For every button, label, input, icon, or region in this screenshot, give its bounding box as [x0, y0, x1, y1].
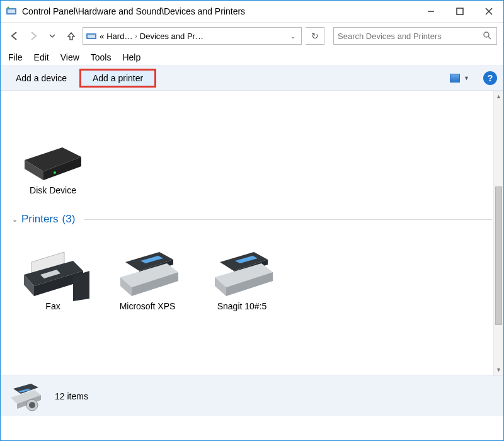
printer-icon	[106, 244, 188, 301]
nav-row: « Hard… › Devices and Pr… ⌄ ↻ Search Dev…	[1, 23, 503, 49]
address-bar[interactable]: « Hard… › Devices and Pr… ⌄	[83, 27, 302, 45]
divider	[84, 219, 492, 220]
menu-help[interactable]: Help	[122, 52, 140, 62]
svg-marker-20	[73, 271, 89, 301]
menu-tools[interactable]: Tools	[91, 52, 112, 62]
printer-label: Fax	[12, 301, 94, 311]
printer-icon	[201, 244, 283, 301]
scroll-down-icon[interactable]: ▼	[494, 364, 503, 375]
chevron-down-icon: ▼	[464, 75, 469, 81]
view-options-button[interactable]: ▼	[447, 72, 472, 84]
svg-rect-1	[8, 9, 15, 13]
scroll-thumb[interactable]	[495, 186, 502, 325]
add-printer-button[interactable]: Add a printer	[79, 69, 156, 88]
content-area: Disk Device ⌄ Printers (3) Fax	[1, 91, 503, 375]
minimize-button[interactable]	[416, 1, 445, 22]
title-bar: Control Panel\Hardware and Sound\Devices…	[1, 1, 503, 22]
printer-label: Microsoft XPS	[106, 301, 188, 311]
printers-group-header[interactable]: ⌄ Printers (3)	[12, 213, 492, 226]
close-button[interactable]	[474, 1, 503, 22]
svg-rect-4	[457, 8, 463, 14]
disk-device-icon	[12, 129, 94, 185]
status-item-count: 12 items	[55, 391, 88, 401]
printer-label: Snagit 10#:5	[201, 301, 283, 311]
breadcrumb-seg2[interactable]: Devices and Pr…	[140, 32, 203, 41]
printer-item-fax[interactable]: Fax	[12, 244, 94, 311]
app-icon	[6, 6, 17, 17]
menu-file[interactable]: File	[8, 52, 23, 62]
address-dropdown-icon[interactable]: ⌄	[287, 33, 299, 40]
search-placeholder: Search Devices and Printers	[338, 32, 442, 41]
breadcrumb-prefix: «	[100, 32, 104, 41]
collapse-icon: ⌄	[12, 215, 18, 224]
breadcrumb-seg1[interactable]: Hard…	[106, 32, 132, 41]
device-label: Disk Device	[12, 185, 94, 195]
menu-bar: File Edit View Tools Help	[1, 49, 503, 66]
back-button[interactable]	[7, 28, 22, 43]
printers-group-count: (3)	[62, 213, 76, 226]
svg-point-14	[54, 171, 56, 174]
location-icon	[86, 30, 97, 42]
search-icon	[481, 31, 493, 42]
menu-view[interactable]: View	[60, 52, 79, 62]
recent-locations-button[interactable]	[45, 28, 60, 43]
status-bar: 12 items	[1, 375, 503, 416]
device-item-disk[interactable]: Disk Device	[12, 129, 94, 195]
view-thumbnail-icon	[450, 74, 460, 83]
svg-point-2	[8, 7, 9, 9]
forward-button[interactable]	[26, 28, 41, 43]
help-button[interactable]: ?	[483, 71, 497, 85]
search-input[interactable]: Search Devices and Printers	[333, 27, 497, 45]
printers-group-label: Printers	[21, 213, 59, 226]
window-title: Control Panel\Hardware and Sound\Devices…	[22, 6, 416, 16]
menu-edit[interactable]: Edit	[34, 52, 49, 62]
svg-point-9	[484, 32, 489, 37]
printer-item-xps[interactable]: Microsoft XPS	[106, 244, 188, 311]
add-device-button[interactable]: Add a device	[7, 69, 76, 87]
svg-line-10	[488, 37, 491, 39]
scrollbar[interactable]: ▲ ▼	[493, 91, 503, 375]
scroll-up-icon[interactable]: ▲	[494, 91, 503, 102]
svg-point-38	[29, 402, 35, 408]
toolbar: Add a device Add a printer ▼ ?	[1, 66, 503, 91]
fax-icon	[12, 244, 94, 301]
up-button[interactable]	[64, 28, 79, 43]
devices-summary-icon	[9, 381, 43, 411]
breadcrumb-sep-icon: ›	[135, 33, 137, 40]
maximize-button[interactable]	[445, 1, 474, 22]
printer-item-snagit[interactable]: Snagit 10#:5	[201, 244, 283, 311]
svg-rect-8	[88, 35, 95, 38]
refresh-button[interactable]: ↻	[306, 27, 324, 45]
